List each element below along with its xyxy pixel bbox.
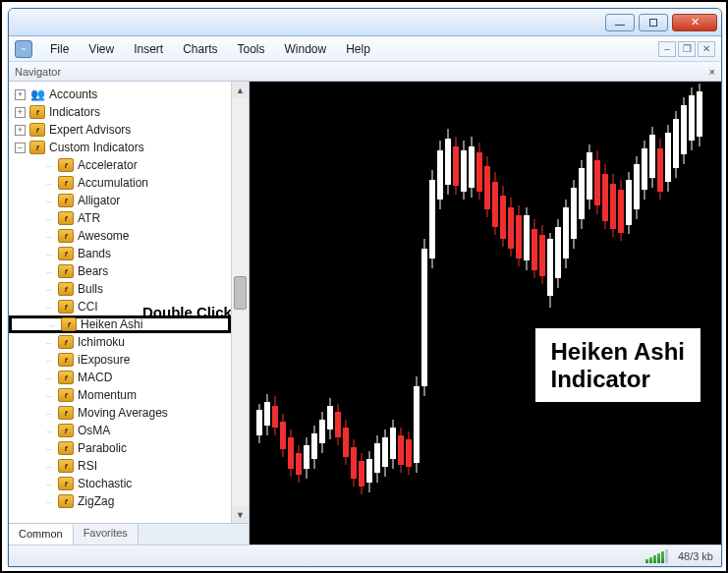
menu-window[interactable]: Window	[275, 39, 337, 59]
window-close-button[interactable]: ✕	[672, 14, 717, 31]
menu-tools[interactable]: Tools	[228, 39, 275, 59]
candle	[516, 205, 522, 266]
navigator-close-button[interactable]: ×	[709, 66, 715, 78]
candle	[461, 141, 467, 200]
tree-branch-icon: ⋯	[40, 304, 58, 311]
collapse-icon[interactable]	[15, 143, 26, 153]
scroll-up-icon[interactable]: ▲	[232, 82, 249, 98]
menu-help[interactable]: Help	[336, 39, 380, 59]
tree-item-iexposure[interactable]: ⋯fiExposure	[9, 351, 231, 369]
tree-item-label: Alligator	[78, 194, 120, 207]
candle	[366, 451, 372, 492]
menu-charts[interactable]: Charts	[173, 39, 227, 59]
fx-icon: f	[58, 335, 74, 349]
expand-icon[interactable]	[15, 125, 26, 136]
candle	[484, 156, 490, 217]
tree-branch-icon: ⋯	[40, 410, 58, 417]
tree-item-zigzag[interactable]: ⋯fZigZag	[9, 492, 231, 510]
tree-item-moving-averages[interactable]: ⋯fMoving Averages	[9, 404, 231, 422]
tree-item-label: Moving Averages	[78, 406, 168, 420]
tree-item-momentum[interactable]: ⋯fMomentum	[9, 386, 231, 404]
fx-icon: f	[58, 264, 74, 278]
expand-icon[interactable]	[15, 89, 26, 100]
candle	[610, 174, 616, 237]
tree-expert-advisors[interactable]: f Expert Advisors	[9, 121, 231, 139]
fx-icon: f	[58, 388, 74, 402]
tree-item-osma[interactable]: ⋯fOsMA	[9, 422, 231, 439]
navigator-tree: 👥 Accounts f Indicators f Expert Advisor…	[9, 82, 231, 510]
expand-icon[interactable]	[15, 107, 26, 118]
tab-favorites[interactable]: Favorites	[74, 524, 139, 544]
candle	[288, 430, 294, 477]
scroll-down-icon[interactable]: ▼	[232, 506, 249, 523]
tree-accounts[interactable]: 👥 Accounts	[9, 86, 231, 103]
fx-icon: f	[61, 317, 77, 331]
tree-item-accelerator[interactable]: ⋯fAccelerator	[9, 156, 231, 174]
tree-item-label: ATR	[78, 211, 100, 225]
scroll-thumb[interactable]	[234, 276, 247, 310]
fx-icon: f	[58, 494, 74, 508]
candle	[657, 139, 663, 200]
tree-item-stochastic[interactable]: ⋯fStochastic	[9, 475, 231, 492]
candle	[618, 180, 624, 241]
tree-item-bears[interactable]: ⋯fBears	[9, 262, 231, 280]
mdi-close-button[interactable]: ✕	[698, 41, 715, 57]
tree-item-label: Stochastic	[78, 477, 132, 490]
candle	[665, 125, 671, 192]
tree-item-label: Bears	[78, 264, 108, 278]
navigator-tabs: Common Favorites	[9, 523, 249, 544]
tree-custom-indicators[interactable]: f Custom Indicators	[9, 139, 231, 156]
tree-item-ichimoku[interactable]: ⋯fIchimoku	[9, 333, 231, 351]
tree-item-parabolic[interactable]: ⋯fParabolic	[9, 439, 231, 457]
tree-branch-icon: ⋯	[40, 374, 58, 381]
candle	[547, 233, 553, 308]
fx-icon: f	[58, 229, 74, 243]
mdi-minimize-button[interactable]: –	[658, 41, 676, 57]
app-icon: ~	[15, 40, 32, 58]
candle	[555, 219, 561, 288]
fx-icon: f	[29, 141, 45, 154]
candle	[429, 170, 435, 268]
menu-view[interactable]: View	[79, 39, 124, 59]
candle	[304, 437, 309, 479]
tree-item-atr[interactable]: ⋯fATR	[9, 209, 231, 227]
menubar: ~ File View Insert Charts Tools Window H…	[9, 36, 721, 62]
candle	[437, 141, 443, 209]
menu-file[interactable]: File	[40, 39, 79, 59]
fx-icon: f	[29, 105, 45, 119]
candle	[264, 394, 270, 435]
tree-item-accumulation[interactable]: ⋯fAccumulation	[9, 174, 231, 192]
tree-label: Accounts	[49, 87, 97, 101]
overlay-line2: Indicator	[551, 366, 686, 393]
mdi-controls: – ❐ ✕	[658, 41, 715, 57]
mdi-restore-button[interactable]: ❐	[678, 41, 696, 57]
window-minimize-button[interactable]	[605, 14, 635, 31]
tree-item-rsi[interactable]: ⋯fRSI	[9, 457, 231, 475]
candle	[492, 172, 498, 235]
tree-item-alligator[interactable]: ⋯fAlligator	[9, 192, 231, 209]
tree-item-label: CCI	[78, 300, 98, 314]
tab-common[interactable]: Common	[9, 524, 74, 544]
tree-item-bands[interactable]: ⋯fBands	[9, 245, 231, 262]
window-maximize-button[interactable]	[639, 14, 668, 31]
tree-item-awesome[interactable]: ⋯fAwesome	[9, 227, 231, 245]
menu-insert[interactable]: Insert	[124, 39, 173, 59]
tree-branch-icon: ⋯	[40, 215, 58, 222]
candle	[343, 420, 349, 465]
candle	[500, 186, 506, 247]
titlebar[interactable]: ✕	[9, 9, 721, 36]
navigator-header: Navigator ×	[9, 62, 721, 82]
tree-branch-icon: ⋯	[40, 463, 58, 470]
tree-item-label: Accumulation	[78, 176, 148, 190]
tree-item-cci[interactable]: ⋯fCCI	[9, 298, 231, 315]
tree-item-bulls[interactable]: ⋯fBulls	[9, 280, 231, 298]
chart-area[interactable]: Heiken Ashi Indicator	[250, 82, 721, 544]
tree-item-macd[interactable]: ⋯fMACD	[9, 369, 231, 386]
navigator-scrollbar[interactable]: ▲ ▼	[231, 82, 249, 523]
candle	[335, 404, 341, 445]
tree-item-heiken-ashi[interactable]: ⋯fHeiken Ashi	[9, 315, 231, 333]
status-transfer: 48/3 kb	[678, 550, 713, 562]
candle	[594, 150, 600, 214]
tree-indicators[interactable]: f Indicators	[9, 103, 231, 121]
tree-item-label: OsMA	[78, 424, 110, 437]
